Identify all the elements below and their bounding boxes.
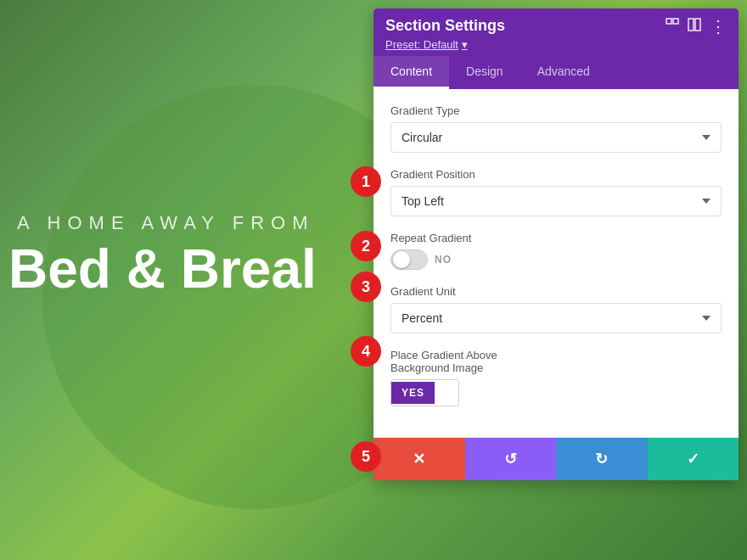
redo-button[interactable]: ↻ [556,438,648,480]
step-1: 1 [351,166,381,197]
panel-title: Section Settings [385,17,505,35]
place-gradient-toggle[interactable]: YES [390,379,459,406]
cancel-button[interactable]: ✕ [374,438,465,480]
place-gradient-above-row: Place Gradient Above Background Image YE… [390,349,722,406]
repeat-gradient-toggle-label: NO [435,254,452,266]
section-settings-panel: Section Settings ⋮ Preset: Def [374,8,739,480]
repeat-gradient-toggle[interactable] [390,249,428,270]
gradient-position-row: Gradient Position Top Left Top Center To… [390,168,722,216]
toggle-knob [393,251,410,268]
step-3: 3 [351,272,381,302]
tab-design[interactable]: Design [449,56,520,89]
step-2: 2 [351,231,381,261]
repeat-gradient-row: Repeat Gradient NO [390,232,722,270]
svg-rect-1 [673,19,678,24]
place-gradient-above-label: Place Gradient Above Background Image [390,349,722,374]
panel-body: Gradient Type Circular Linear Conic Grad… [374,89,739,437]
svg-rect-0 [666,19,671,24]
gradient-type-select-wrapper: Circular Linear Conic [390,122,722,153]
gradient-position-label: Gradient Position [390,168,722,181]
svg-rect-3 [695,19,700,31]
reset-button[interactable]: ↺ [465,438,557,480]
gradient-position-select[interactable]: Top Left Top Center Top Right Center Lef… [390,186,722,216]
panel-footer: ✕ ↺ ↻ ✓ [374,437,739,480]
no-button-area[interactable] [435,380,458,406]
gradient-unit-select-wrapper: Percent Pixel [390,303,722,333]
more-options-icon[interactable]: ⋮ [710,18,727,35]
preset-dropdown[interactable]: Preset: Default ▾ [385,38,727,51]
gradient-position-select-wrapper: Top Left Top Center Top Right Center Lef… [390,186,722,216]
panel-tabs: Content Design Advanced [374,56,739,89]
yes-button[interactable]: YES [391,382,435,404]
page-subtitle: A HOME AWAY FROM [17,212,314,234]
tab-content[interactable]: Content [374,56,449,89]
svg-rect-2 [688,19,694,31]
tab-advanced[interactable]: Advanced [520,56,607,89]
panel-header-icons: ⋮ [666,18,727,35]
repeat-gradient-toggle-row: NO [390,249,722,270]
repeat-gradient-label: Repeat Gradient [390,232,722,244]
columns-icon[interactable] [688,18,701,35]
gradient-type-row: Gradient Type Circular Linear Conic [390,104,722,153]
step-4: 4 [351,336,381,367]
gradient-unit-select[interactable]: Percent Pixel [390,303,722,333]
page-title-main: Bed & Breal [8,242,317,296]
gradient-type-select[interactable]: Circular Linear Conic [390,122,722,153]
gradient-unit-row: Gradient Unit Percent Pixel [390,285,722,333]
step-5: 5 [351,441,381,472]
panel-header: Section Settings ⋮ Preset: Def [374,8,739,56]
gradient-type-label: Gradient Type [390,104,722,117]
resize-icon[interactable] [666,18,679,35]
gradient-unit-label: Gradient Unit [390,285,722,298]
save-button[interactable]: ✓ [648,438,739,480]
